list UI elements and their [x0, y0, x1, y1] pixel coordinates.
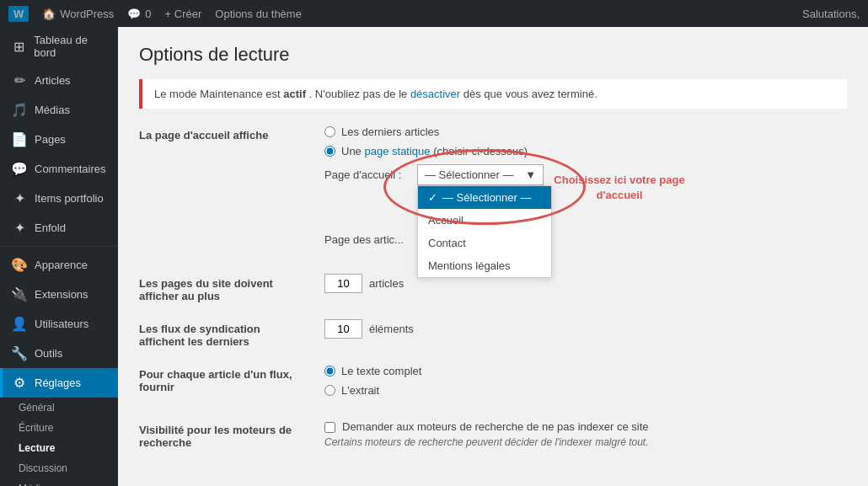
dropdown-option-label-accueil: Accueil: [428, 214, 463, 227]
dropdown-selected-label: — Sélectionner —: [425, 168, 514, 181]
sidebar-label-pages: Pages: [35, 133, 66, 146]
syndication-unit: éléments: [369, 323, 414, 335]
radio-texte-complet[interactable]: [324, 366, 335, 377]
noindex-label: Demander aux moteurs de recherche de ne …: [342, 420, 648, 433]
notice-desactiver-link[interactable]: désactiver: [410, 88, 460, 100]
sidebar-label-items-portfolio: Items portfolio: [35, 192, 104, 205]
items-portfolio-icon: ✦: [11, 190, 28, 206]
wp-logo-item[interactable]: W: [8, 6, 29, 22]
dropdown-option-contact[interactable]: Contact: [418, 232, 551, 254]
option-extrait[interactable]: L'extrait: [324, 384, 847, 397]
syndication-count-input[interactable]: [324, 319, 362, 339]
flux-row: Pour chaque article d'un flux, fournir L…: [139, 365, 847, 403]
commentaires-icon: 💬: [11, 161, 28, 177]
homepage-options: Les derniers articles Une page statique …: [324, 126, 847, 257]
sub-label-ecriture: Écriture: [19, 422, 53, 434]
comments-item[interactable]: 💬 0: [127, 8, 151, 20]
sidebar-sub-lecture[interactable]: Lecture: [0, 438, 118, 458]
salutations: Salutations,: [802, 8, 860, 20]
sidebar-item-articles[interactable]: ✏ Articles: [0, 66, 118, 95]
sidebar-sub-ecriture[interactable]: Écriture: [0, 418, 118, 438]
page-title: Options de lecture: [139, 44, 847, 66]
option-derniers-articles[interactable]: Les derniers articles: [324, 126, 847, 138]
pages-icon: 📄: [11, 131, 28, 147]
dropdown-option-selectionner[interactable]: ✓ — Sélectionner —: [418, 186, 551, 209]
sidebar-item-utilisateurs[interactable]: 👤 Utilisateurs: [0, 309, 118, 339]
site-name-item[interactable]: 🏠 WordPress: [42, 8, 114, 20]
enfold-icon: ✦: [11, 220, 28, 236]
dropdown-menu-accueil: ✓ — Sélectionner — Accueil Contact: [417, 185, 552, 278]
select-row-accueil: Page d'accueil : — Sélectionner — ▼: [324, 164, 847, 185]
create-label: + Créer: [165, 8, 202, 20]
label-extrait: L'extrait: [341, 384, 379, 397]
dropdown-option-mentions[interactable]: Mentions légales: [418, 254, 551, 277]
sidebar-sub-general[interactable]: Général: [0, 398, 118, 418]
sidebar-item-reglages[interactable]: ⚙ Réglages: [0, 368, 118, 398]
sidebar-sub-medias[interactable]: Médias: [0, 478, 118, 486]
sidebar-item-enfold[interactable]: ✦ Enfold: [0, 213, 118, 243]
noindex-checkbox[interactable]: [324, 422, 335, 433]
option-texte-complet[interactable]: Le texte complet: [324, 365, 847, 377]
notice-text-after: dès que vous avez terminé.: [463, 88, 597, 100]
sidebar-item-commentaires[interactable]: 💬 Commentaires: [0, 154, 118, 184]
select-row-articles: Page des artic... — Sélectionner —: [324, 229, 847, 250]
flux-control: Le texte complet L'extrait: [324, 365, 847, 403]
homepage-row: La page d'accueil affiche Les derniers a…: [139, 126, 847, 257]
notice-bold: actif: [283, 88, 306, 100]
checkmark-icon: ✓: [428, 191, 437, 204]
label-texte-complet: Le texte complet: [341, 365, 421, 377]
page-accueil-label: Page d'accueil :: [324, 168, 409, 181]
dropdown-wrapper-accueil[interactable]: — Sélectionner — ▼ ✓ — Sélectionner —: [417, 164, 544, 185]
sidebar-label-dashboard: Tableau de bord: [34, 34, 110, 59]
radio-extrait[interactable]: [324, 385, 335, 396]
radio-derniers-articles[interactable]: [324, 126, 335, 137]
sub-label-lecture: Lecture: [19, 442, 55, 454]
radio-page-statique[interactable]: [324, 146, 335, 157]
sidebar-item-apparence[interactable]: 🎨 Apparence: [0, 250, 118, 280]
outils-icon: 🔧: [11, 345, 28, 361]
site-name: WordPress: [60, 8, 114, 20]
sidebar-label-reglages: Réglages: [35, 377, 81, 389]
visibility-row: Visibilité pour les moteurs de recherche…: [139, 420, 847, 449]
comments-count: 0: [145, 8, 151, 20]
articles-count-input[interactable]: [324, 274, 362, 293]
reglages-icon: ⚙: [11, 375, 28, 391]
wp-logo: W: [8, 6, 29, 22]
sub-label-discussion: Discussion: [19, 462, 67, 474]
sidebar-item-outils[interactable]: 🔧 Outils: [0, 339, 118, 368]
sidebar-label-extensions: Extensions: [35, 288, 88, 301]
chevron-down-icon: ▼: [525, 168, 536, 181]
sidebar-item-dashboard[interactable]: ⊞ Tableau de bord: [0, 27, 118, 66]
visibility-label: Visibilité pour les moteurs de recherche: [139, 420, 308, 449]
articles-icon: ✏: [11, 72, 28, 88]
dropdown-highlight-wrapper: — Sélectionner — ▼ ✓ — Sélectionner —: [417, 164, 544, 185]
comments-icon: 💬: [127, 8, 141, 20]
sidebar-item-pages[interactable]: 📄 Pages: [0, 125, 118, 154]
sub-label-medias: Médias: [19, 483, 51, 486]
home-icon: 🏠: [42, 8, 56, 20]
sidebar-item-items-portfolio[interactable]: ✦ Items portfolio: [0, 184, 118, 213]
create-item[interactable]: + Créer: [165, 8, 202, 20]
articles-section-label: Les pages du site doivent afficher au pl…: [139, 274, 308, 302]
dropdown-option-accueil[interactable]: Accueil: [418, 209, 551, 232]
extensions-icon: 🔌: [11, 286, 28, 302]
sidebar-label-enfold: Enfold: [35, 222, 66, 234]
sub-label-general: Général: [19, 402, 55, 414]
sidebar-item-extensions[interactable]: 🔌 Extensions: [0, 280, 118, 309]
sidebar-item-medias[interactable]: 🎵 Médias: [0, 95, 118, 125]
dropdown-option-label-mentions: Mentions légales: [428, 259, 511, 272]
sidebar-label-outils: Outils: [35, 347, 62, 360]
page-statique-link[interactable]: page statique: [364, 145, 430, 158]
utilisateurs-icon: 👤: [11, 316, 28, 332]
option-page-statique[interactable]: Une page statique (choisir ci-dessous): [324, 145, 847, 158]
admin-bar: W 🏠 WordPress 💬 0 + Créer Options du thè…: [0, 0, 868, 27]
theme-options-item[interactable]: Options du thème: [215, 8, 302, 20]
articles-row: Les pages du site doivent afficher au pl…: [139, 274, 847, 302]
syndication-control: éléments: [324, 319, 847, 339]
theme-options-label: Options du thème: [215, 8, 302, 20]
visibility-note: Certains moteurs de recherche peuvent dé…: [324, 436, 847, 448]
dropdown-trigger-accueil[interactable]: — Sélectionner — ▼: [417, 164, 544, 185]
checkbox-row-visibility[interactable]: Demander aux moteurs de recherche de ne …: [324, 420, 847, 433]
syndication-row: Les flux de syndication affichent les de…: [139, 319, 847, 348]
sidebar-sub-discussion[interactable]: Discussion: [0, 458, 118, 478]
